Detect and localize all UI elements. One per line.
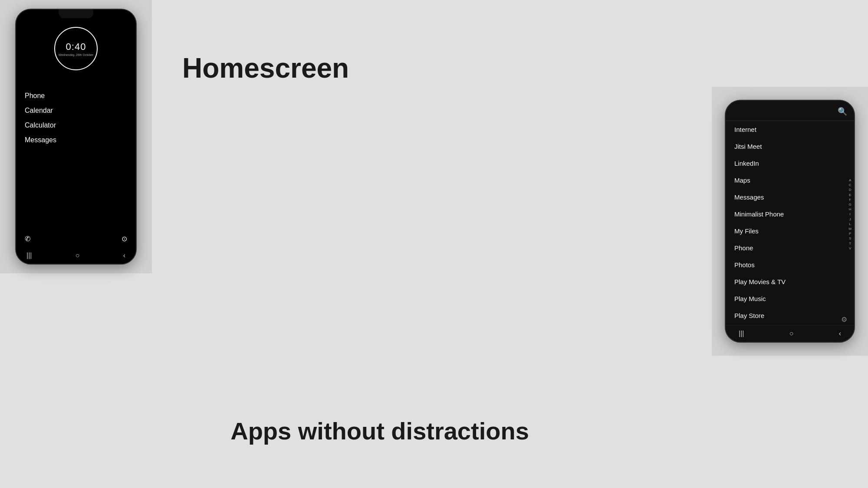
left-phone-section: 0:40 Wednesday, 26th October Phone Calen… — [0, 0, 152, 273]
right-app-playmovies[interactable]: Play Movies & TV — [726, 273, 854, 290]
right-app-photos[interactable]: Photos — [726, 256, 854, 273]
left-phone-notch — [59, 10, 93, 18]
left-app-calendar[interactable]: Calendar — [25, 107, 127, 115]
clock-area: 0:40 Wednesday, 26th October — [25, 27, 127, 70]
alpha-p[interactable]: P — [849, 231, 851, 236]
phone-call-icon: ✆ — [25, 235, 30, 243]
right-app-phone[interactable]: Phone — [726, 239, 854, 256]
alpha-i[interactable]: I — [850, 212, 851, 216]
right-nav-recent-icon[interactable]: ||| — [739, 330, 744, 337]
alpha-h[interactable]: H — [849, 207, 852, 212]
clock-time: 0:40 — [66, 41, 86, 52]
alpha-t[interactable]: T — [849, 241, 851, 246]
alpha-m[interactable]: M — [848, 226, 852, 231]
alpha-v[interactable]: V — [849, 246, 851, 251]
right-phone-frame: 🔍 Internet Jitsi Meet LinkedIn Maps Mess… — [725, 100, 855, 343]
right-app-maps[interactable]: Maps — [726, 172, 854, 189]
left-nav-back-icon[interactable]: ‹ — [123, 252, 125, 259]
alpha-f[interactable]: F — [849, 197, 851, 202]
right-app-playstore[interactable]: Play Store — [726, 307, 854, 324]
left-app-messages[interactable]: Messages — [25, 136, 127, 144]
camera-icon: ⊙ — [122, 235, 127, 243]
left-nav-recent-icon[interactable]: ||| — [26, 252, 32, 259]
right-app-minimalist[interactable]: Minimalist Phone — [726, 206, 854, 223]
left-phone-status-row: ✆ ⊙ — [16, 231, 136, 246]
left-app-phone[interactable]: Phone — [25, 92, 127, 100]
left-phone-screen: 0:40 Wednesday, 26th October Phone Calen… — [16, 10, 136, 264]
right-phone-section: 🔍 Internet Jitsi Meet LinkedIn Maps Mess… — [712, 87, 868, 356]
right-app-messages[interactable]: Messages — [726, 189, 854, 206]
alpha-l[interactable]: L — [849, 222, 851, 226]
left-phone-nav: ||| ○ ‹ — [16, 247, 136, 264]
apps-heading: Apps without distractions — [152, 418, 608, 445]
settings-icon[interactable]: ⚙ — [841, 315, 847, 324]
clock-circle: 0:40 Wednesday, 26th October — [54, 27, 98, 70]
alpha-s[interactable]: S — [849, 236, 851, 241]
alpha-g[interactable]: G — [849, 202, 852, 207]
search-icon[interactable]: 🔍 — [838, 107, 847, 116]
right-app-myfiles[interactable]: My Files — [726, 223, 854, 239]
left-phone-frame: 0:40 Wednesday, 26th October Phone Calen… — [15, 9, 137, 265]
alpha-c[interactable]: C — [849, 183, 852, 187]
right-app-jitsi[interactable]: Jitsi Meet — [726, 138, 854, 155]
alphabet-index: A C D E F G H I J L M P S T V — [848, 121, 852, 308]
alpha-j[interactable]: J — [849, 217, 851, 222]
right-app-list: Internet Jitsi Meet LinkedIn Maps Messag… — [726, 121, 854, 325]
right-app-playmusic[interactable]: Play Music — [726, 290, 854, 307]
homescreen-heading: Homescreen — [182, 52, 349, 84]
right-nav-home-icon[interactable]: ○ — [789, 330, 794, 337]
right-app-internet[interactable]: Internet — [726, 121, 854, 138]
right-phone-screen: 🔍 Internet Jitsi Meet LinkedIn Maps Mess… — [726, 101, 854, 342]
right-app-linkedin[interactable]: LinkedIn — [726, 155, 854, 172]
search-bar[interactable]: 🔍 — [726, 101, 854, 121]
right-nav-back-icon[interactable]: ‹ — [839, 330, 841, 337]
clock-date: Wednesday, 26th October — [59, 53, 94, 56]
alpha-d[interactable]: D — [849, 187, 852, 192]
alpha-a[interactable]: A — [849, 178, 851, 183]
left-app-calculator[interactable]: Calculator — [25, 121, 127, 129]
left-nav-home-icon[interactable]: ○ — [76, 252, 80, 259]
alpha-e[interactable]: E — [849, 193, 851, 197]
right-phone-nav: ||| ○ ‹ — [726, 325, 854, 342]
